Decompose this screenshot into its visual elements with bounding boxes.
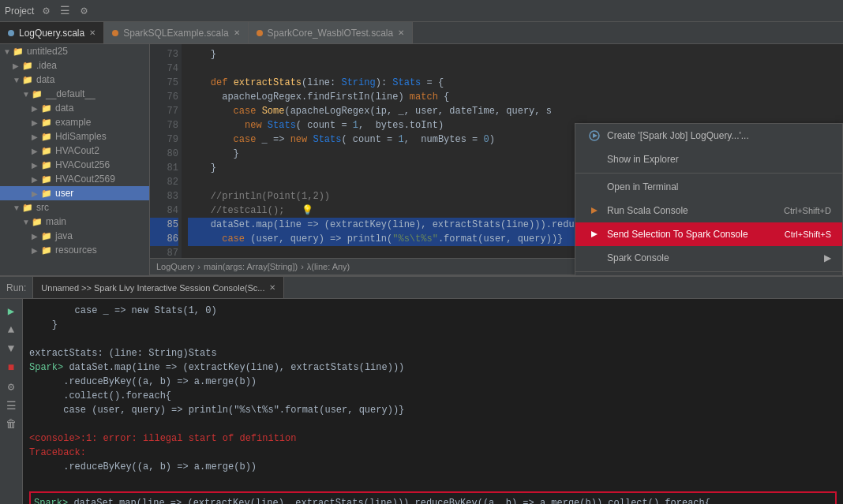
run-line-error3: .reduceByKey((a, b) => a.merge(b)) (29, 460, 837, 474)
ctx-explorer-label: Show in Explorer (607, 154, 679, 165)
breadcrumb-sep1: › (197, 262, 200, 271)
run-line-extractstats: extractStats: (line: String)Stats (29, 346, 837, 360)
sidebar-item-user[interactable]: ▶ 📁 user (0, 186, 149, 200)
run-line-blank2 (29, 474, 837, 488)
code-line-74 (188, 62, 837, 76)
run-highlight-box: Spark> dataSet.map(line => (extractKey(l… (29, 491, 837, 504)
sidebar: ▼ 📁 untitled25 ▶ 📁 .idea ▼ 📁 data ▼ 📁 __… (0, 44, 150, 275)
tab-close-sparkcore[interactable]: ✕ (398, 28, 404, 37)
run-tab-close[interactable]: ✕ (269, 283, 275, 292)
data2-folder-icon: 📁 (41, 103, 52, 114)
resources-folder-icon: 📁 (41, 245, 52, 256)
run-line-2: } (29, 318, 837, 332)
tab-close-sparksql[interactable]: ✕ (234, 28, 240, 37)
run-box-line1: Spark> dataSet.map(line => (extractKey(l… (34, 496, 832, 504)
src-arrow: ▼ (13, 203, 22, 212)
sidebar-item-hdi[interactable]: ▶ 📁 HdiSamples (0, 129, 149, 144)
ctx-spark-icon (586, 128, 602, 144)
sidebar-item-src-label: src (36, 202, 49, 213)
root-folder-icon: 📁 (13, 47, 24, 57)
run-tab-livy[interactable]: Unnamed >> Spark Livy Interactive Sessio… (33, 277, 284, 298)
sidebar-item-default[interactable]: ▼ 📁 __default__ (0, 87, 149, 101)
run-trash-icon[interactable]: 🗑 (2, 416, 20, 433)
user-arrow: ▶ (32, 189, 41, 198)
ctx-run-scala[interactable]: Run Scala Console Ctrl+Shift+D (575, 199, 842, 222)
sidebar-item-resources[interactable]: ▶ 📁 resources (0, 243, 149, 257)
tab-dot-sparksql (112, 30, 118, 36)
ctx-spark-console[interactable]: Spark Console ▶ (575, 246, 842, 270)
sidebar-item-hvacout256-label: HVACout256 (55, 159, 110, 170)
java-folder-icon: 📁 (41, 231, 52, 241)
tab-sparkcore[interactable]: SparkCore_WasblOTest.scala ✕ (249, 22, 414, 43)
sidebar-root[interactable]: ▼ 📁 untitled25 (0, 44, 149, 58)
ctx-explorer-icon (586, 151, 602, 167)
hvacout256-folder-icon: 📁 (41, 160, 52, 170)
ctx-create-spark-job[interactable]: Create '[Spark Job] LogQuery...'... (575, 124, 842, 147)
top-icon-list[interactable]: ☰ (58, 4, 72, 18)
ctx-send-selection[interactable]: Send Selection To Spark Console Ctrl+Shi… (575, 222, 842, 246)
tab-logquery[interactable]: LogQuery.scala ✕ (0, 22, 104, 43)
sidebar-item-data2-label: data (55, 103, 73, 114)
hvacout2-arrow: ▶ (32, 147, 41, 155)
sidebar-item-hvacout2[interactable]: ▶ 📁 HVACout2 (0, 144, 149, 158)
default-folder-icon: 📁 (32, 89, 43, 99)
run-tabs: Run: Unnamed >> Spark Livy Interactive S… (0, 277, 843, 299)
tab-dot-sparkcore (257, 30, 263, 36)
run-side-icons: ▶ ▲ ▼ ■ ⚙ ☰ 🗑 (0, 299, 23, 504)
tab-close-logquery[interactable]: ✕ (89, 28, 96, 37)
sidebar-item-src[interactable]: ▼ 📁 src (0, 200, 149, 215)
idea-folder-icon: 📁 (22, 61, 33, 71)
sidebar-item-idea-label: .idea (36, 60, 57, 71)
sidebar-item-hvacout256[interactable]: ▶ 📁 HVACout256 (0, 158, 149, 172)
sidebar-item-data2[interactable]: ▶ 📁 data (0, 101, 149, 115)
code-line-73: } (188, 47, 837, 62)
sidebar-root-label: untitled25 (27, 46, 68, 57)
ctx-scala-label: Run Scala Console (607, 205, 688, 216)
ctx-spark-arrow: ▶ (824, 252, 831, 263)
sidebar-item-data[interactable]: ▼ 📁 data (0, 73, 149, 87)
top-icon-settings[interactable]: ⚙ (39, 4, 53, 18)
tab-sparksql[interactable]: SparkSQLExample.scala ✕ (104, 22, 248, 43)
run-panel-body: ▶ ▲ ▼ ■ ⚙ ☰ 🗑 case _ => new Stats(1, 0) … (0, 299, 843, 504)
run-stop-icon[interactable]: ■ (2, 359, 20, 376)
hvacout2569-arrow: ▶ (32, 175, 41, 184)
ctx-open-terminal[interactable]: Open in Terminal (575, 175, 842, 199)
ctx-scala-icon (586, 203, 602, 218)
ctx-sparkconsole-icon (586, 250, 602, 266)
run-play-icon[interactable]: ▶ (2, 302, 20, 319)
ctx-local-history[interactable]: Local History ▶ (575, 274, 842, 275)
sidebar-item-hdi-label: HdiSamples (55, 131, 107, 142)
tab-label-sparkcore: SparkCore_WasblOTest.scala (268, 28, 394, 39)
sidebar-item-example-label: example (55, 117, 91, 128)
run-content[interactable]: case _ => new Stats(1, 0) } extractStats… (23, 299, 843, 504)
example-arrow: ▶ (32, 118, 41, 127)
run-line-error2: Traceback: (29, 446, 837, 460)
breadcrumb-part2[interactable]: main(args: Array[String]) (204, 262, 298, 271)
run-list-icon[interactable]: ☰ (2, 397, 20, 414)
ctx-sparkconsole-label: Spark Console (607, 252, 669, 263)
sidebar-item-java[interactable]: ▶ 📁 java (0, 229, 149, 243)
top-icon-gear[interactable]: ⚙ (77, 4, 91, 18)
run-up-icon[interactable]: ▲ (2, 321, 20, 338)
sidebar-item-resources-label: resources (55, 245, 97, 256)
run-line-spark1: Spark> dataSet.map(line => (extractKey(l… (29, 360, 837, 375)
sidebar-item-idea[interactable]: ▶ 📁 .idea (0, 58, 149, 73)
run-settings-icon[interactable]: ⚙ (2, 378, 20, 395)
breadcrumb-part3[interactable]: λ(line: Any) (307, 262, 350, 271)
sidebar-item-main[interactable]: ▼ 📁 main (0, 215, 149, 229)
svg-marker-1 (593, 133, 598, 138)
run-down-icon[interactable]: ▼ (2, 340, 20, 357)
run-tab-label: Unnamed >> Spark Livy Interactive Sessio… (41, 283, 264, 293)
ctx-show-explorer[interactable]: Show in Explorer (575, 147, 842, 171)
hvacout2569-folder-icon: 📁 (41, 174, 52, 185)
breadcrumb-part1[interactable]: LogQuery (156, 262, 194, 271)
top-bar-title[interactable]: Project (5, 6, 34, 17)
svg-marker-2 (591, 207, 598, 214)
tabs-bar: LogQuery.scala ✕ SparkSQLExample.scala ✕… (0, 22, 843, 44)
data-arrow: ▼ (13, 76, 22, 84)
sidebar-item-example[interactable]: ▶ 📁 example (0, 115, 149, 129)
sidebar-item-hvacout2569[interactable]: ▶ 📁 HVACout2569 (0, 172, 149, 186)
hdi-folder-icon: 📁 (41, 132, 52, 142)
sidebar-item-user-label: user (55, 188, 73, 199)
ctx-divider-1 (575, 173, 842, 174)
